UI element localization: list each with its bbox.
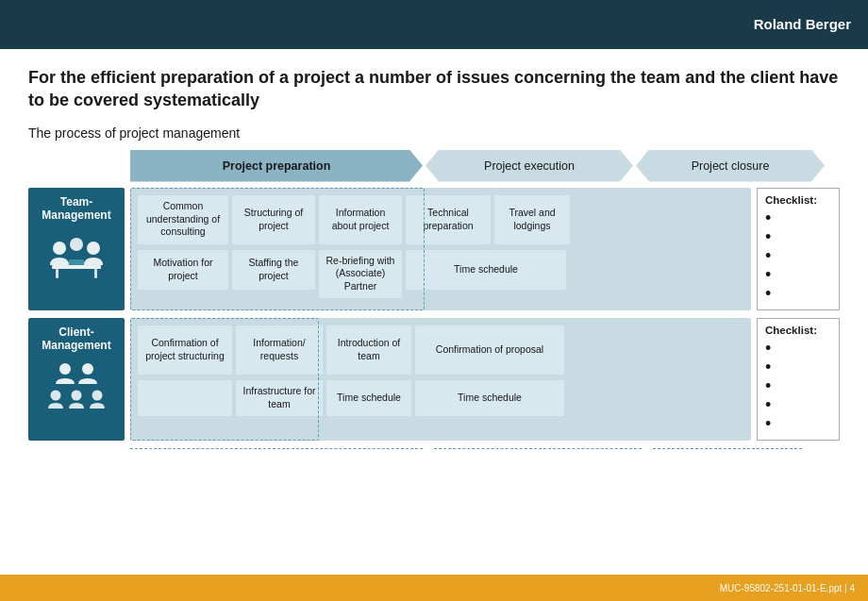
svg-rect-1	[56, 269, 58, 278]
client-cells: Confirmation of project structuring Info…	[138, 326, 743, 433]
team-checklist-4: •	[765, 266, 831, 283]
team-row2: Motivation for project Staffing the proj…	[138, 250, 743, 298]
team-cell-rebriefing: Re-briefing with (Associate) Partner	[319, 250, 402, 298]
team-cell-motivation: Motivation for project	[138, 250, 228, 290]
team-checklist: Checklist: • • • • •	[757, 188, 840, 310]
client-checklist-3: •	[765, 377, 831, 394]
client-cell-time2: Time schedule	[415, 380, 564, 416]
diagram: Project preparation Project execution Pr…	[28, 150, 840, 449]
client-checklist-4: •	[765, 396, 831, 413]
client-cell-introduction: Introduction of team	[326, 326, 411, 375]
svg-point-11	[72, 390, 82, 400]
team-content-area: Common understanding of consulting Struc…	[130, 188, 751, 310]
svg-point-5	[70, 238, 83, 251]
team-checklist-5: •	[765, 285, 831, 302]
client-cell-confirmation-proposal: Confirmation of proposal	[415, 326, 564, 375]
svg-point-12	[92, 390, 103, 400]
page-title: For the efficient preparation of a proje…	[28, 66, 840, 112]
bottom-dashed-row	[130, 448, 840, 449]
client-checklist-2: •	[765, 359, 831, 376]
client-row2: Infrastructure for team Time schedule Ti…	[138, 380, 743, 416]
client-management-row: Client- Management	[28, 318, 840, 441]
client-checklist-title: Checklist:	[765, 325, 831, 336]
client-cell-infra2: Infrastructure for team	[236, 380, 323, 416]
phase-preparation: Project preparation	[130, 150, 423, 182]
team-checklist-1: •	[765, 209, 831, 226]
team-cell-travel: Travel and lodgings	[494, 195, 570, 244]
process-subtitle: The process of project management	[28, 125, 840, 141]
phase-closure: Project closure	[636, 150, 825, 182]
client-cell-confirmation: Confirmation of project structuring	[138, 326, 232, 375]
client-checklist-5: •	[765, 415, 831, 432]
svg-rect-2	[94, 269, 97, 278]
svg-point-9	[82, 363, 93, 375]
team-checklist-3: •	[765, 247, 831, 264]
logo: Roland Berger	[754, 16, 851, 33]
team-label-box: Team- Management	[28, 188, 125, 310]
svg-point-8	[59, 363, 71, 375]
client-content-area: Confirmation of project structuring Info…	[130, 318, 751, 441]
team-checklist-2: •	[765, 228, 831, 245]
svg-point-4	[87, 242, 100, 255]
bottom-bar: MUC-95802-251-01-01-E.ppt | 4	[0, 575, 868, 601]
team-icon	[42, 233, 110, 290]
client-checklist-1: •	[765, 340, 831, 357]
logo-name: Roland Berger	[754, 16, 851, 32]
svg-rect-6	[69, 259, 84, 265]
client-cell-infra	[138, 380, 232, 416]
top-bar: Roland Berger	[0, 0, 868, 49]
client-label: Client- Management	[42, 326, 110, 352]
phase-header-row: Project preparation Project execution Pr…	[130, 150, 840, 182]
svg-rect-7	[67, 265, 86, 266]
team-cells: Common understanding of consulting Struc…	[138, 195, 743, 303]
footer-text: MUC-95802-251-01-01-E.ppt | 4	[720, 583, 855, 593]
client-cell-information: Information/ requests	[236, 326, 323, 375]
client-checklist: Checklist: • • • • •	[757, 318, 840, 441]
team-cell-staffing: Staffing the project	[232, 250, 315, 290]
team-cell-timeschedule: Time schedule	[406, 250, 566, 290]
team-cell-information: Information about project	[319, 195, 402, 244]
phase-execution: Project execution	[426, 150, 633, 182]
team-management-row: Team- Management	[28, 188, 840, 310]
client-cell-time1: Time schedule	[326, 380, 411, 416]
client-icon	[42, 359, 110, 416]
svg-point-3	[53, 242, 66, 255]
team-row1: Common understanding of consulting Struc…	[138, 195, 743, 244]
team-label: Team- Management	[42, 195, 110, 222]
team-cell-structuring: Structuring of project	[232, 195, 315, 244]
client-label-box: Client- Management	[28, 318, 125, 441]
svg-point-10	[51, 390, 61, 400]
client-row1: Confirmation of project structuring Info…	[138, 326, 743, 375]
team-cell-common-understanding: Common understanding of consulting	[138, 195, 228, 244]
team-checklist-title: Checklist:	[765, 194, 831, 206]
team-cell-technical: Technical preparation	[406, 195, 491, 244]
main-content: For the efficient preparation of a proje…	[0, 49, 868, 449]
